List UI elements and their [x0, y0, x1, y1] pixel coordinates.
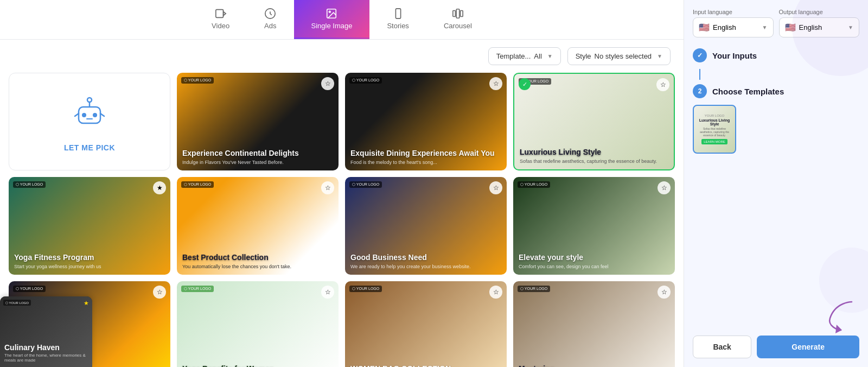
card-subtitle: Comfort you can see, design you can feel — [519, 264, 669, 269]
svg-rect-8 — [460, 11, 463, 17]
right-sidebar: Input language 🇺🇸 English ▼ Output langu… — [684, 0, 868, 367]
svg-point-11 — [93, 113, 97, 117]
tab-single-image[interactable]: Single Image — [294, 0, 370, 39]
preview-thumb-title: Luxurious Living Style — [697, 118, 732, 126]
robot-icon — [71, 92, 108, 137]
mini-preview-logo: ⬡ YOUR LOGO — [3, 300, 31, 306]
star-button[interactable]: ☆ — [321, 77, 334, 90]
input-flag-icon: 🇺🇸 — [699, 22, 710, 33]
template-card[interactable]: ⬡ YOUR LOGO Mastering ☆ — [513, 281, 675, 367]
action-buttons: Back Generate — [693, 336, 859, 358]
card-logo: ⬡ YOUR LOGO — [349, 77, 382, 84]
tab-stories[interactable]: Stories — [369, 0, 426, 39]
let-me-pick-label: LET ME PICK — [64, 143, 115, 152]
svg-rect-7 — [456, 9, 459, 18]
star-button[interactable]: ☆ — [153, 286, 166, 299]
bg-decoration — [792, 0, 868, 76]
svg-rect-6 — [453, 11, 456, 17]
card-subtitle: We are ready to help you create your bus… — [350, 264, 501, 269]
templates-area: LET ME PICK ⬡ YOUR LOGO Experience Conti… — [0, 73, 684, 367]
svg-rect-0 — [215, 10, 223, 18]
svg-rect-5 — [395, 9, 400, 18]
card-logo: ⬡ YOUR LOGO — [181, 286, 214, 292]
svg-point-4 — [329, 11, 331, 12]
mini-preview-title: Culinary Haven — [4, 343, 88, 352]
filter-bar: Template... All ▼ Style No styles select… — [0, 40, 684, 73]
style-filter[interactable]: Style No styles selected ▼ — [567, 47, 671, 65]
card-title: Experience Continental Delights — [182, 148, 333, 158]
templates-grid: LET ME PICK ⬡ YOUR LOGO Experience Conti… — [9, 73, 675, 367]
star-button[interactable]: ☆ — [489, 181, 502, 194]
input-lang-chevron-icon: ▼ — [762, 24, 768, 30]
svg-marker-17 — [835, 325, 842, 333]
step-2: 2 Choose Templates — [693, 84, 859, 98]
template-card[interactable]: ⬡ YOUR LOGO Best Product Collection You … — [177, 177, 339, 275]
template-filter-label: Template... — [496, 52, 531, 60]
style-chevron-icon: ▼ — [657, 53, 662, 59]
star-button[interactable]: ☆ — [656, 78, 669, 91]
star-button[interactable]: ☆ — [658, 181, 671, 194]
svg-point-10 — [82, 113, 86, 117]
tab-video[interactable]: Video — [194, 0, 247, 39]
card-logo: ⬡ YOUR LOGO — [181, 181, 214, 188]
preview-thumbnail: YOUR LOGO Luxurious Living Style Sofas t… — [693, 105, 736, 154]
card-title: Best Product Collection — [182, 252, 333, 262]
template-filter[interactable]: Template... All ▼ — [488, 47, 561, 65]
star-button[interactable]: ★ — [153, 181, 166, 194]
let-me-pick-card[interactable]: LET ME PICK — [9, 73, 170, 170]
generate-button[interactable]: Generate — [757, 336, 859, 358]
step-connector — [699, 69, 700, 80]
tab-ads[interactable]: Ads — [247, 0, 293, 39]
step-1-title: Your Inputs — [712, 51, 757, 60]
card-logo: ⬡ YOUR LOGO — [13, 286, 46, 292]
template-card[interactable]: ⬡ YOUR LOGO Elevate your style Comfort y… — [513, 177, 675, 275]
preview-thumb-sub: Sofas that redefine aesthetics, capturin… — [697, 127, 732, 137]
tab-carousel[interactable]: Carousel — [426, 0, 489, 39]
input-language-select[interactable]: 🇺🇸 English ▼ — [693, 17, 774, 37]
back-button[interactable]: Back — [693, 336, 751, 358]
template-card[interactable]: ⬡ YOUR LOGO Yoga Benefits for Women ☆ — [177, 281, 339, 367]
card-title: WOMEN BAG COLLECTION — [350, 364, 501, 367]
style-filter-label: Style — [576, 52, 591, 60]
step-2-circle: 2 — [693, 84, 707, 98]
card-logo: ⬡ YOUR LOGO — [518, 286, 550, 292]
style-filter-value: No styles selected — [595, 52, 652, 60]
card-title: Good Business Need — [350, 252, 501, 262]
tabs-bar: Video Ads Single Image Stories Carousel — [0, 0, 684, 40]
card-subtitle: Food is the melody to the heart's song..… — [350, 160, 501, 165]
sidebar-template-preview: YOUR LOGO Luxurious Living Style Sofas t… — [693, 105, 859, 154]
card-title: Elevate your style — [519, 252, 669, 262]
card-logo: ⬡ YOUR LOGO — [518, 181, 550, 188]
svg-point-14 — [87, 98, 92, 102]
card-logo: ⬡ YOUR LOGO — [349, 181, 382, 188]
star-button[interactable]: ☆ — [489, 286, 502, 299]
selected-badge: ✓ — [519, 78, 531, 90]
card-subtitle: Start your yoga wellness journey with us — [14, 264, 165, 269]
svg-marker-1 — [223, 11, 226, 15]
star-button[interactable]: ☆ — [321, 286, 334, 299]
card-subtitle: Sofas that redefine aesthetics, capturin… — [520, 159, 668, 164]
step-2-title: Choose Templates — [712, 87, 784, 96]
template-card[interactable]: ⬡ YOUR LOGO Good Business Need We are re… — [345, 177, 507, 275]
card-title: Luxurious Living Style — [520, 147, 668, 157]
card-subtitle: You automatically lose the chances you d… — [182, 264, 333, 269]
template-card[interactable]: ⬡ YOUR LOGO Exquisite Dining Experiences… — [345, 73, 507, 170]
template-card[interactable]: ⬡ YOUR LOGO Yoga Fitness Program Start y… — [9, 177, 170, 275]
step-2-number: 2 — [698, 87, 702, 95]
mini-preview: ⬡ YOUR LOGO ★ Culinary Haven The heart o… — [0, 296, 92, 367]
card-logo: ⬡ YOUR LOGO — [181, 77, 214, 84]
card-title: Mastering — [519, 364, 669, 367]
checkmark-icon: ✓ — [697, 52, 703, 59]
step-1-circle: ✓ — [693, 48, 707, 62]
input-language-value: English — [713, 23, 736, 31]
star-button[interactable]: ☆ — [489, 77, 502, 90]
mini-preview-star: ★ — [84, 300, 89, 307]
star-button[interactable]: ☆ — [321, 181, 334, 194]
template-card[interactable]: ⬡ YOUR LOGO WOMEN BAG COLLECTION ☆ — [345, 281, 507, 367]
star-button[interactable]: ☆ — [658, 286, 671, 299]
template-card[interactable]: ⬡ YOUR LOGO ✓ Luxurious Living Style Sof… — [513, 73, 675, 170]
mini-preview-subtitle: The heart of the home, where memories & … — [4, 353, 88, 363]
card-subtitle: Indulge in Flavors You've Never Tasted B… — [182, 160, 333, 165]
template-card[interactable]: ⬡ YOUR LOGO Experience Continental Delig… — [177, 73, 339, 170]
template-filter-value: All — [534, 52, 541, 60]
